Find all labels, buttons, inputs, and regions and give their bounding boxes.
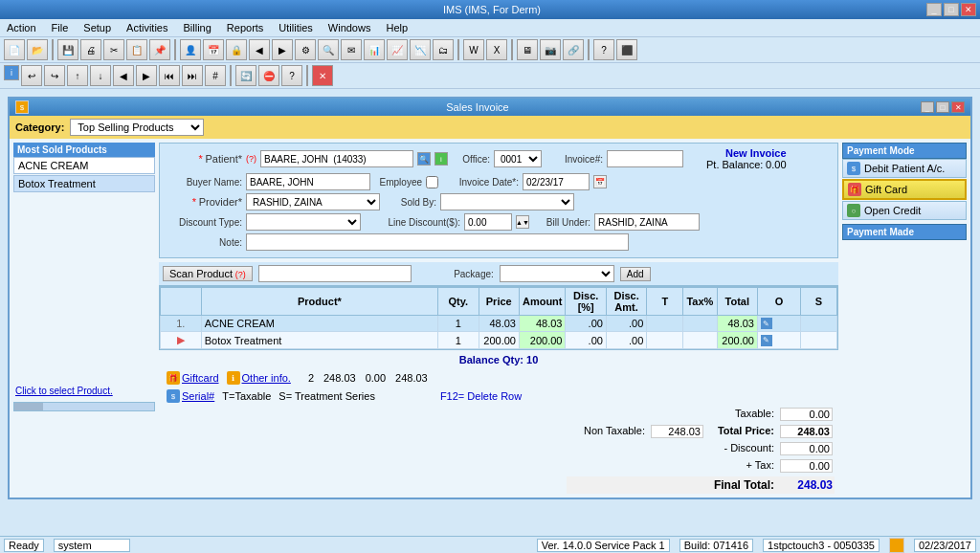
- patient-search-icon[interactable]: 🔍: [417, 152, 431, 166]
- office-select[interactable]: 0001: [494, 150, 542, 167]
- row2-qty[interactable]: 1: [438, 332, 479, 349]
- patient-input[interactable]: [260, 150, 413, 167]
- other-info-link[interactable]: Other info.: [242, 372, 291, 384]
- table-row[interactable]: 1. ACNE CREAM 1 48.03 48.03 .00 .00 48.0…: [161, 316, 837, 332]
- row1-o[interactable]: ✎: [757, 316, 800, 332]
- tb2-b3[interactable]: ↑: [67, 65, 88, 86]
- tb-b1[interactable]: ◀: [249, 39, 270, 60]
- payment-credit-item[interactable]: ○ Open Credit: [842, 201, 967, 220]
- serial-link[interactable]: Serial#: [182, 390, 214, 402]
- package-select[interactable]: [500, 265, 614, 282]
- row2-price[interactable]: 200.00: [479, 332, 519, 349]
- inner-close[interactable]: ✕: [951, 101, 965, 113]
- row1-price[interactable]: 48.03: [479, 316, 519, 332]
- menu-reports[interactable]: Reports: [224, 21, 267, 34]
- tb-d3[interactable]: 🔗: [563, 39, 584, 60]
- add-button[interactable]: Add: [620, 267, 651, 281]
- tb-new[interactable]: 📄: [4, 39, 25, 60]
- row2-amount[interactable]: 200.00: [519, 332, 566, 349]
- tb-lock[interactable]: 🔒: [226, 39, 247, 60]
- line-discount-spin[interactable]: ▲▼: [516, 215, 529, 229]
- menu-setup[interactable]: Setup: [80, 21, 114, 34]
- tb-copy[interactable]: 📋: [126, 39, 147, 60]
- tb2-cancel[interactable]: ✕: [312, 65, 333, 86]
- tb-d2[interactable]: 📷: [540, 39, 561, 60]
- table-row[interactable]: ▶ Botox Treatment 1 200.00 200.00 .00 .0…: [161, 332, 837, 349]
- tb2-b2[interactable]: ↪: [44, 65, 65, 86]
- tb2-b1[interactable]: ↩: [21, 65, 42, 86]
- discount-type-select[interactable]: [246, 213, 361, 231]
- provider-select[interactable]: RASHID, ZAINA: [246, 193, 380, 210]
- row1-amount[interactable]: 48.03: [519, 316, 566, 332]
- tb-c2[interactable]: X: [486, 39, 507, 60]
- row1-t[interactable]: [647, 316, 683, 332]
- tb2-b5[interactable]: ◀: [113, 65, 134, 86]
- tb-print[interactable]: 🖨: [80, 39, 101, 60]
- menu-utilities[interactable]: Utilities: [276, 21, 315, 34]
- tb-b7[interactable]: 📈: [387, 39, 408, 60]
- tb-open[interactable]: 📂: [27, 39, 48, 60]
- tb-b8[interactable]: 📉: [410, 39, 431, 60]
- tb-c1[interactable]: W: [463, 39, 484, 60]
- menu-billing[interactable]: Billing: [180, 21, 213, 34]
- tb-save[interactable]: 💾: [57, 39, 78, 60]
- scan-input[interactable]: [258, 265, 412, 282]
- tb-schedule[interactable]: 📅: [203, 39, 224, 60]
- tb-b5[interactable]: ✉: [341, 39, 362, 60]
- left-scrollbar[interactable]: [13, 402, 155, 411]
- line-discount-input[interactable]: [464, 213, 512, 231]
- tb-b6[interactable]: 📊: [364, 39, 385, 60]
- tb-b9[interactable]: 🗂: [433, 39, 454, 60]
- buyer-name-input[interactable]: [246, 173, 370, 190]
- category-select[interactable]: Top Selling Products All Products: [70, 119, 204, 136]
- tb-cut[interactable]: ✂: [103, 39, 124, 60]
- menu-help[interactable]: Help: [383, 21, 411, 34]
- menu-activities[interactable]: Activities: [123, 21, 170, 34]
- row2-product[interactable]: Botox Treatment: [201, 332, 437, 349]
- row1-edit-icon[interactable]: ✎: [761, 318, 772, 329]
- row2-disc-pct[interactable]: .00: [566, 332, 606, 349]
- tb-e1[interactable]: ⬛: [616, 39, 637, 60]
- tb-b2[interactable]: ▶: [272, 39, 293, 60]
- tb2-stop[interactable]: ⛔: [258, 65, 279, 86]
- tb-d1[interactable]: 🖥: [517, 39, 538, 60]
- left-panel-item-acne[interactable]: ACNE CREAM: [13, 157, 155, 174]
- tb2-b4[interactable]: ↓: [90, 65, 111, 86]
- tb2-refresh[interactable]: 🔄: [235, 65, 256, 86]
- tb2-b6[interactable]: ▶: [136, 65, 157, 86]
- inner-restore[interactable]: □: [936, 101, 949, 113]
- tb-paste[interactable]: 📌: [149, 39, 170, 60]
- menu-file[interactable]: File: [49, 21, 72, 34]
- bill-under-input[interactable]: [594, 213, 700, 231]
- row2-o[interactable]: ✎: [757, 332, 800, 349]
- tb-help[interactable]: ?: [593, 39, 614, 60]
- sold-by-select[interactable]: [440, 193, 574, 210]
- giftcard-link[interactable]: Giftcard: [182, 372, 219, 384]
- tb2-b8[interactable]: ⏭: [182, 65, 203, 86]
- click-to-select[interactable]: Click to select Product.: [13, 384, 155, 398]
- inner-minimize[interactable]: _: [921, 101, 934, 113]
- payment-debit-item[interactable]: $ Debit Patient A/c.: [842, 159, 967, 178]
- row2-disc-amt[interactable]: .00: [606, 332, 646, 349]
- scan-product-button[interactable]: Scan Product (?): [163, 266, 253, 281]
- row2-tax[interactable]: [683, 332, 717, 349]
- tb-b4[interactable]: 🔍: [318, 39, 339, 60]
- payment-gift-item[interactable]: 🎁 Gift Card: [842, 179, 967, 200]
- note-input[interactable]: [246, 233, 629, 251]
- row2-edit-icon[interactable]: ✎: [761, 335, 772, 346]
- row1-product[interactable]: ACNE CREAM: [201, 316, 437, 332]
- patient-info-icon[interactable]: i: [434, 152, 448, 166]
- invoice-date-input[interactable]: [523, 173, 590, 190]
- row1-disc-amt[interactable]: .00: [606, 316, 646, 332]
- row2-t[interactable]: [647, 332, 683, 349]
- menu-windows[interactable]: Windows: [325, 21, 374, 34]
- minimize-button[interactable]: _: [926, 3, 942, 16]
- row1-tax[interactable]: [683, 316, 717, 332]
- left-panel-item-botox[interactable]: Botox Treatment: [13, 175, 155, 192]
- tb2-b7[interactable]: ⏮: [159, 65, 180, 86]
- tb2-help2[interactable]: ?: [281, 65, 302, 86]
- row1-disc-pct[interactable]: .00: [566, 316, 606, 332]
- menu-action[interactable]: Action: [4, 21, 39, 34]
- close-button[interactable]: ✕: [961, 3, 976, 16]
- row2-total[interactable]: 200.00: [717, 332, 757, 349]
